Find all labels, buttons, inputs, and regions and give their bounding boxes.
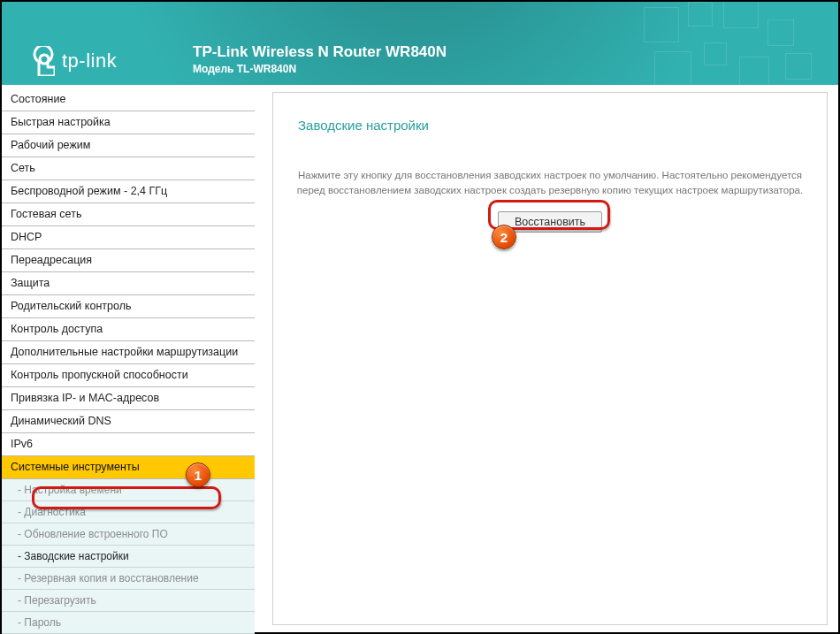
sidebar-item-parental[interactable]: Родительский контроль xyxy=(2,295,255,318)
content-panel: Заводские настройки Нажмите эту кнопку д… xyxy=(272,92,828,625)
sidebar-item-system-tools[interactable]: Системные инструменты xyxy=(2,456,255,479)
sidebar-item-ip-mac-binding[interactable]: Привязка IP- и MAC-адресов xyxy=(2,387,255,410)
sub-item-backup-restore[interactable]: - Резервная копия и восстановление xyxy=(2,568,255,590)
sidebar-item-operation-mode[interactable]: Рабочий режим xyxy=(2,134,255,157)
brand-logo: tp-link xyxy=(28,46,117,76)
sub-item-diagnostics[interactable]: - Диагностика xyxy=(2,501,255,523)
brand-text: tp-link xyxy=(62,50,117,73)
product-model: Модель TL-WR840N xyxy=(193,63,447,77)
sidebar-item-status[interactable]: Состояние xyxy=(2,88,255,111)
sidebar-item-ddns[interactable]: Динамический DNS xyxy=(2,410,255,433)
sidebar-item-bandwidth[interactable]: Контроль пропускной способности xyxy=(2,364,255,387)
sub-item-time[interactable]: - Настройка времени xyxy=(2,479,255,501)
sidebar-item-forwarding[interactable]: Переадресация xyxy=(2,249,255,272)
sidebar-item-quick-setup[interactable]: Быстрая настройка xyxy=(2,111,255,134)
product-title: TP-Link Wireless N Router WR840N xyxy=(193,42,447,61)
sidebar-item-dhcp[interactable]: DHCP xyxy=(2,226,255,249)
sub-item-password[interactable]: - Пароль xyxy=(2,612,255,634)
sidebar-item-guest-network[interactable]: Гостевая сеть xyxy=(2,203,255,226)
header: tp-link TP-Link Wireless N Router WR840N… xyxy=(2,2,838,85)
sidebar-item-network[interactable]: Сеть xyxy=(2,157,255,180)
sidebar: Состояние Быстрая настройка Рабочий режи… xyxy=(2,85,255,632)
restore-button[interactable]: Восстановить xyxy=(498,211,602,233)
header-titles: TP-Link Wireless N Router WR840N Модель … xyxy=(193,42,447,77)
sub-item-reboot[interactable]: - Перезагрузить xyxy=(2,590,255,612)
sidebar-submenu-system-tools: - Настройка времени - Диагностика - Обно… xyxy=(2,479,255,634)
tplink-logo-icon xyxy=(28,46,55,76)
sub-item-firmware[interactable]: - Обновление встроенного ПО xyxy=(2,523,255,546)
page-title: Заводские настройки xyxy=(273,93,827,133)
app-window: tp-link TP-Link Wireless N Router WR840N… xyxy=(0,0,840,634)
sidebar-item-access-control[interactable]: Контроль доступа xyxy=(2,318,255,341)
sub-item-factory-defaults[interactable]: - Заводские настройки xyxy=(2,546,255,568)
sidebar-item-routing[interactable]: Дополнительные настройки маршрутизации xyxy=(2,341,255,364)
content-area: Заводские настройки Нажмите эту кнопку д… xyxy=(255,85,838,632)
header-decor xyxy=(635,2,838,85)
sidebar-item-security[interactable]: Защита xyxy=(2,272,255,295)
sidebar-item-ipv6[interactable]: IPv6 xyxy=(2,433,255,456)
sidebar-item-wireless[interactable]: Беспроводной режим - 2,4 ГГц xyxy=(2,180,255,203)
instruction-text: Нажмите эту кнопку для восстановления за… xyxy=(293,168,807,197)
